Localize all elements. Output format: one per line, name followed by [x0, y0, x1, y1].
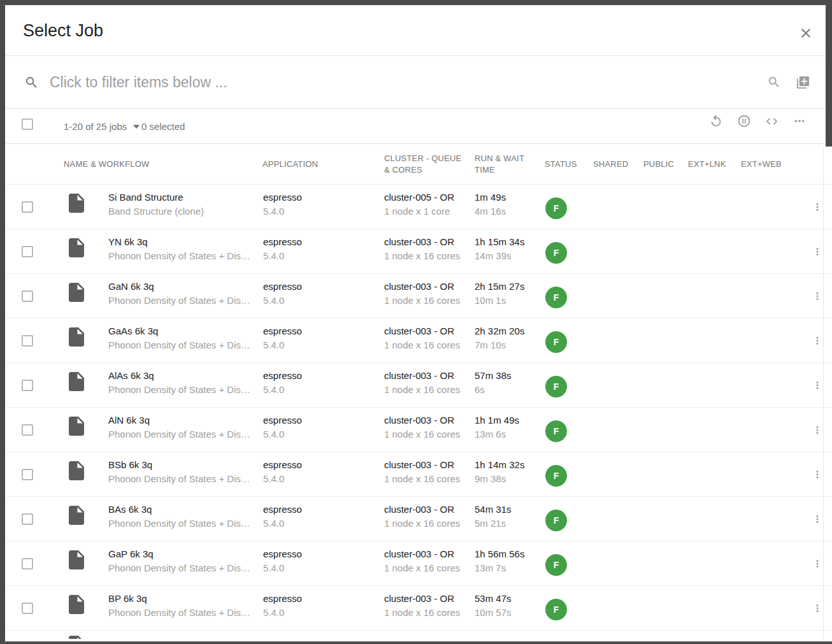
chevron-down-icon	[133, 125, 140, 129]
row-menu-kebab-icon[interactable]	[812, 245, 823, 259]
job-run-time: 57m 38s	[475, 369, 512, 383]
job-application-version: 5.4.0	[263, 472, 302, 486]
col-header-shared: SHARED	[593, 144, 628, 184]
job-name: Si Band Structure	[108, 190, 255, 204]
job-wait-time: 5m 21s	[475, 517, 512, 531]
job-run-time: 1h 14m 32s	[475, 458, 524, 472]
search-action-icon[interactable]	[767, 75, 781, 89]
row-menu-kebab-icon[interactable]	[812, 512, 823, 526]
table-row[interactable]: YN 6k 3q Phonon Density of States + Dis……	[5, 229, 832, 274]
row-menu-kebab-icon[interactable]	[812, 289, 823, 303]
job-wait-time: 9m 38s	[475, 472, 524, 486]
pagination-label: 1-20 of 25 jobs	[64, 121, 127, 132]
table-row[interactable]: AlAs 6k 3q Phonon Density of States + Di…	[5, 363, 832, 408]
table-row[interactable]: BSb 6k 3q Phonon Density of States + Dis…	[5, 452, 832, 497]
status-badge: F	[545, 599, 567, 620]
pagination-dropdown[interactable]: 1-20 of 25 jobs	[64, 109, 140, 143]
selected-count-label: 0 selected	[141, 109, 185, 143]
table-row[interactable]: GaP 6k 3q Phonon Density of States + Dis…	[5, 541, 832, 586]
row-checkbox[interactable]	[22, 603, 33, 614]
job-cluster-queue: cluster-003 - OR	[384, 547, 460, 561]
job-application: espresso	[263, 280, 302, 294]
col-header-extlnk: EXT+LNK	[688, 144, 726, 184]
job-workflow: Phonon Density of States + Dis…	[108, 249, 255, 263]
row-checkbox[interactable]	[22, 290, 33, 302]
job-workflow: Band Structure (clone)	[108, 204, 255, 218]
row-menu-kebab-icon[interactable]	[812, 378, 823, 392]
table-row[interactable]: GaAs 6k 3q Phonon Density of States + Di…	[5, 318, 832, 363]
job-name: AlAs 6k 3q	[108, 369, 255, 383]
job-workflow: Phonon Density of States + Dis…	[108, 427, 255, 441]
file-icon	[65, 593, 88, 619]
job-application-version: 5.4.0	[263, 249, 302, 263]
status-badge: F	[545, 242, 567, 264]
table-row[interactable]: AlN 6k 3q Phonon Density of States + Dis…	[5, 408, 832, 452]
library-add-icon[interactable]	[796, 75, 810, 90]
job-application-version: 5.4.0	[263, 338, 302, 352]
col-header-cluster: CLUSTER - QUEUE & CORES	[384, 144, 462, 184]
code-icon[interactable]	[765, 115, 778, 128]
row-menu-kebab-icon[interactable]	[812, 468, 823, 482]
row-checkbox[interactable]	[22, 469, 33, 480]
table-row[interactable]: GaN 6k 3q Phonon Density of States + Dis…	[5, 274, 832, 318]
row-checkbox[interactable]	[22, 335, 33, 347]
job-wait-time: 10m 57s	[475, 606, 512, 620]
row-menu-kebab-icon[interactable]	[812, 334, 823, 348]
refresh-icon[interactable]	[709, 114, 723, 128]
job-run-time: 2h 32m 20s	[475, 324, 524, 338]
job-application: espresso	[263, 592, 302, 606]
table-header: NAME & WORKFLOW APPLICATION CLUSTER - QU…	[5, 144, 832, 185]
row-checkbox[interactable]	[22, 380, 33, 391]
row-checkbox[interactable]	[22, 201, 33, 213]
job-application: espresso	[263, 458, 302, 472]
status-badge: F	[545, 510, 567, 531]
row-checkbox[interactable]	[22, 246, 33, 257]
list-toolbar: 1-20 of 25 jobs 0 selected	[5, 109, 832, 144]
col-header-status: STATUS	[545, 144, 577, 184]
pause-icon[interactable]	[737, 114, 751, 128]
table-row[interactable]: Si Band Structure Band Structure (clone)…	[5, 185, 832, 229]
select-job-dialog: Select Job 1-20 of 25 jobs 0 selected	[5, 5, 832, 641]
dialog-title: Select Job	[23, 20, 103, 40]
table-row[interactable]: BAs 6k 3q Phonon Density of States + Dis…	[5, 497, 832, 541]
more-horiz-icon[interactable]	[793, 114, 807, 128]
file-icon	[65, 548, 88, 574]
job-name: BSb 6k 3q	[108, 458, 255, 472]
job-application: espresso	[263, 235, 302, 249]
job-workflow: Phonon Density of States + Dis…	[108, 294, 255, 308]
scrollbar-track[interactable]	[823, 147, 824, 641]
row-menu-kebab-icon[interactable]	[812, 423, 823, 437]
file-icon	[65, 281, 88, 306]
job-wait-time: 13m 6s	[475, 427, 519, 441]
table-row-partial[interactable]	[5, 631, 832, 639]
file-icon	[65, 370, 88, 396]
table-row[interactable]: BP 6k 3q Phonon Density of States + Dis……	[5, 586, 832, 631]
row-checkbox[interactable]	[22, 424, 33, 436]
close-icon[interactable]	[798, 25, 814, 41]
job-workflow: Phonon Density of States + Dis…	[108, 606, 255, 620]
job-run-time: 1m 49s	[475, 190, 506, 204]
job-table-body: Si Band Structure Band Structure (clone)…	[5, 185, 832, 631]
job-application: espresso	[263, 324, 302, 338]
row-menu-kebab-icon[interactable]	[812, 601, 823, 615]
row-menu-kebab-icon[interactable]	[812, 200, 823, 214]
status-badge: F	[545, 420, 567, 442]
status-badge: F	[545, 554, 567, 576]
job-application-version: 5.4.0	[263, 606, 302, 620]
row-menu-kebab-icon[interactable]	[812, 557, 823, 571]
select-all-checkbox[interactable]	[22, 118, 33, 130]
job-run-time: 53m 47s	[475, 592, 512, 606]
col-header-public: PUBLIC	[643, 144, 674, 184]
file-icon	[65, 459, 88, 485]
job-cluster-queue: cluster-003 - OR	[384, 324, 460, 338]
file-icon	[65, 634, 88, 639]
job-workflow: Phonon Density of States + Dis…	[108, 517, 255, 531]
row-checkbox[interactable]	[22, 558, 33, 569]
job-cores: 1 node x 1 core	[384, 204, 454, 218]
file-icon	[65, 192, 88, 217]
job-run-time: 2h 15m 27s	[475, 280, 524, 294]
filter-input[interactable]	[50, 56, 623, 108]
filter-bar	[5, 56, 832, 109]
status-badge: F	[545, 465, 567, 487]
row-checkbox[interactable]	[22, 513, 33, 525]
